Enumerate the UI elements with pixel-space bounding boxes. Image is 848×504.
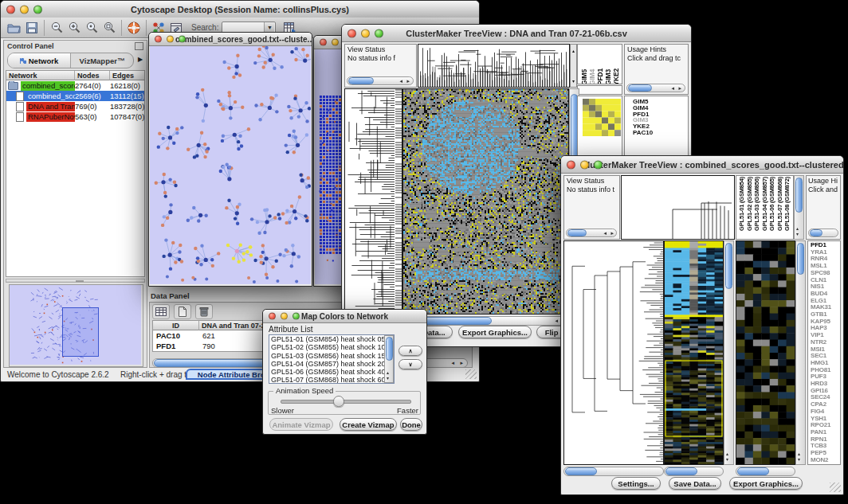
tab-overflow-arrow[interactable]: ▶ — [135, 54, 145, 65]
zoom-button[interactable] — [33, 5, 42, 14]
array-labels-panel[interactable]: GPL51-01 (GSM854)GPL51-02 (GSM855)GPL51-… — [736, 175, 794, 240]
close-button[interactable] — [269, 313, 276, 320]
animation-slider-thumb[interactable] — [333, 396, 344, 407]
create-vizmap-button[interactable]: Create Vizmap — [340, 418, 397, 431]
attribute-list-vscrollbar[interactable]: ▴▾ — [384, 335, 394, 383]
array-label[interactable]: GPL51-04 (GSM857) — [761, 177, 769, 231]
gene-dendrogram-panel[interactable] — [344, 88, 402, 315]
array-labels-panel[interactable]: GIM5GIM4PFD1GIM3YKE2PAC10 — [577, 44, 622, 84]
help-ring-icon[interactable] — [125, 19, 143, 37]
array-label[interactable]: GPL51-01 (GSM854) — [738, 177, 746, 231]
done-button[interactable]: Done — [400, 418, 422, 431]
attribute-list-item[interactable]: GPL51-06 (GSM865) heat shock 40 min — [269, 368, 394, 376]
col-header-network[interactable]: Network — [6, 71, 75, 80]
heatmap-panel[interactable] — [664, 240, 724, 465]
save-data-button[interactable]: Save Data... — [669, 477, 721, 490]
treeview-resize-grip[interactable] — [830, 483, 841, 492]
map-colors-titlebar[interactable]: Map Colors to Network — [263, 310, 426, 323]
network-table-row[interactable]: DNA and Tran 07769(0)183728(0) — [6, 101, 144, 111]
move-down-button[interactable]: ∨ — [398, 359, 422, 369]
array-label[interactable]: GIM4 — [589, 69, 596, 84]
attribute-list-item[interactable]: GPL51-03 (GSM856) heat shock 15 min — [269, 352, 394, 360]
close-button[interactable] — [155, 36, 162, 43]
usage-hints-hscrollbar[interactable]: ◂▸ — [626, 84, 685, 92]
attribute-list-item[interactable]: GPL51-07 (GSM868) heat shock 60 min — [269, 376, 394, 384]
network-overview-canvas[interactable] — [10, 285, 141, 365]
attr-col-id[interactable]: ID — [153, 321, 199, 330]
export-graphics-button[interactable]: Export Graphics... — [729, 477, 803, 490]
array-label[interactable]: GPL51-07 (GSM868) — [776, 177, 784, 231]
col-header-edges[interactable]: Edges — [110, 71, 144, 80]
minimize-button[interactable] — [332, 39, 339, 46]
zoom-hscrollbar[interactable] — [736, 467, 795, 476]
array-label[interactable]: PAC10 — [621, 64, 622, 84]
attribute-list-item[interactable]: GPL51-04 (GSM857) heat shock 20 min — [269, 360, 394, 368]
move-up-button[interactable]: ∧ — [398, 346, 422, 356]
heatmap-hscrollbar[interactable]: ◂▸ — [402, 316, 569, 326]
animation-slider-track[interactable] — [281, 400, 411, 404]
array-label[interactable]: GPL51-06 (GSM865) — [768, 177, 776, 231]
col-header-nodes[interactable]: Nodes — [75, 71, 110, 80]
new-document-icon[interactable] — [174, 304, 191, 319]
settings-button[interactable]: Settings... — [611, 477, 661, 490]
heatmap-vscrollbar[interactable]: ▴▾ — [724, 240, 734, 465]
tab-network[interactable]: Network — [8, 53, 71, 68]
open-file-icon[interactable] — [6, 19, 23, 37]
heatmap-hscrollbar[interactable] — [664, 467, 724, 476]
array-label[interactable]: GPL51-03 (GSM856) — [753, 177, 761, 231]
gene-labels-panel[interactable]: PFD1YRA1RNR4MSL1SPC98CLN1NIS1BUD4ELG1MAK… — [807, 240, 841, 465]
network-table-row[interactable]: combined_scores2764(0)16218(0) — [6, 80, 144, 91]
minimize-button[interactable] — [281, 313, 288, 320]
zoom-selected-icon[interactable] — [83, 19, 100, 37]
export-graphics-button[interactable]: Export Graphics... — [458, 326, 532, 338]
close-button[interactable] — [567, 160, 575, 169]
close-button[interactable] — [6, 5, 15, 14]
network-table-row[interactable]: combined_sco2569(6)13112(15) — [6, 91, 144, 101]
treeview-dna-titlebar[interactable]: ClusterMaker TreeView : DNA and Tran 07-… — [342, 25, 691, 42]
attribute-list-item[interactable]: GPL51-01 (GSM854) heat shock 05 min — [269, 335, 394, 343]
usage-hints-hscrollbar[interactable] — [808, 229, 838, 237]
column-dendrogram-panel[interactable] — [418, 44, 570, 88]
save-icon[interactable] — [23, 19, 41, 37]
gene-tree-hscrollbar[interactable] — [563, 467, 664, 476]
array-label[interactable]: YKE2 — [613, 68, 620, 84]
network-table-row[interactable]: RNAPuberNov2+|563(0)107847(0) — [6, 111, 144, 122]
cytoscape-titlebar[interactable]: Cytoscape Desktop (Session Name: collins… — [1, 1, 479, 18]
cytoscape-resize-grip[interactable] — [465, 369, 477, 379]
zoom-heatmap-panel[interactable] — [736, 240, 795, 465]
zoom-vscrollbar[interactable]: ▴▾ — [795, 240, 806, 465]
tab-vizmapper[interactable]: VizMapper™ — [71, 53, 133, 68]
heatmap-panel[interactable] — [402, 88, 569, 315]
gene-label[interactable]: MON2 — [811, 457, 840, 464]
close-button[interactable] — [320, 39, 327, 46]
minimize-button[interactable] — [20, 5, 29, 14]
array-label[interactable]: GPL51-02 (GSM855) — [746, 177, 754, 231]
zoom-fit-icon[interactable] — [100, 19, 118, 37]
minimize-button[interactable] — [580, 160, 589, 169]
attribute-list-item[interactable]: GPL51-02 (GSM855) heat shock 10 min — [269, 343, 394, 351]
array-label[interactable]: GIM3 — [605, 69, 612, 84]
gene-dendrogram-panel[interactable] — [563, 240, 664, 465]
view-status-hscrollbar[interactable]: ◂▸ — [347, 76, 414, 85]
network-canvas-1[interactable] — [150, 46, 311, 284]
panel-divider[interactable] — [6, 279, 145, 283]
zoom-button[interactable] — [594, 160, 603, 169]
treeview-combined-titlebar[interactable]: ClusterMaker TreeView : combined_scores_… — [561, 156, 843, 174]
network-window-1-titlebar[interactable]: combined_scores_good.txt--cluste... — [149, 33, 312, 46]
zoom-out-icon[interactable] — [48, 19, 65, 37]
animate-vizmap-button[interactable]: Animate Vizmap — [269, 418, 333, 431]
zoom-button[interactable] — [375, 29, 383, 37]
minimize-button[interactable] — [361, 29, 370, 37]
column-dendrogram-panel[interactable] — [621, 175, 735, 240]
view-status-hscrollbar[interactable]: ◂▸ — [566, 229, 617, 237]
array-labels-vscrollbar[interactable]: ▴▾ — [794, 175, 804, 240]
network-overview-panel[interactable] — [9, 284, 143, 367]
zoom-button[interactable] — [179, 36, 186, 43]
array-label[interactable]: GIM5 — [581, 69, 588, 84]
zoom-button[interactable] — [292, 313, 300, 320]
array-label[interactable]: PFD1 — [597, 68, 604, 84]
attribute-listbox[interactable]: GPL51-01 (GSM854) heat shock 05 minGPL51… — [269, 334, 395, 384]
minimize-button[interactable] — [167, 36, 174, 43]
array-label[interactable]: GPL51-08 (GSM872) — [783, 177, 791, 231]
zoom-in-icon[interactable] — [65, 19, 83, 37]
